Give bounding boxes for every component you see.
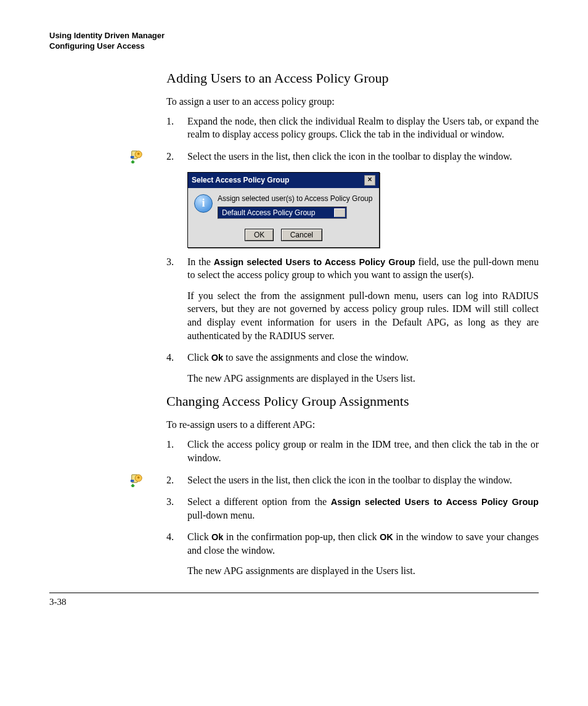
select-apg-dialog: Select Access Policy Group × i Assign se… [187,172,380,248]
section-a-steps-cont: In the Assign selected Users to Access P… [166,255,539,385]
assign-user-icon [129,150,143,163]
section-title-changing: Changing Access Policy Group Assignments [166,393,539,409]
step-a3-bold: Assign selected Users to Access Policy G… [214,257,415,267]
dialog-label: Assign selected user(s) to Access Policy… [218,194,373,203]
step-a4-sub: The new APG assignments are displayed in… [187,372,539,385]
step-a3: In the Assign selected Users to Access P… [166,255,539,343]
page-number: 3-38 [49,597,539,607]
dialog-titlebar: Select Access Policy Group × [188,173,379,188]
cancel-button[interactable]: Cancel [281,229,322,241]
step-b4-c: in the confirmation pop-up, then click [223,532,380,542]
svg-rect-9 [138,476,139,478]
step-b3-prefix: Select a different option from the [187,496,331,507]
step-b2-text: Select the users in the list, then click… [187,475,512,485]
step-b4-b: Ok [211,532,223,542]
apg-select[interactable]: Default Access Policy Group [218,207,347,219]
main-content: Adding Users to an Access Policy Group T… [166,70,539,578]
dialog-figure: Select Access Policy Group × i Assign se… [187,172,539,248]
ok-button[interactable]: OK [245,229,274,241]
dialog-title-text: Select Access Policy Group [192,176,289,184]
assign-user-icon [129,474,143,487]
svg-rect-6 [131,480,134,482]
header-line-2: Configuring User Access [49,41,539,52]
step-a2-text: Select the users in the list, then click… [187,151,512,162]
section-title-adding-users: Adding Users to an Access Policy Group [166,70,539,86]
svg-rect-1 [131,156,134,158]
step-b4-a: Click [187,532,211,542]
section-b-steps: Click the access policy group or realm i… [166,438,539,578]
apg-select-value: Default Access Policy Group [222,208,315,217]
step-b1: Click the access policy group or realm i… [166,438,539,464]
step-a4-prefix: Click [187,352,211,363]
step-b4-d: OK [380,532,393,542]
step-a3-sub: If you select the from the assignment pu… [187,289,539,342]
step-a4-bold: Ok [211,353,223,363]
step-b3-suffix: pull-down menu. [187,510,255,520]
step-b3-bold: Assign selected Users to Access Policy G… [331,497,539,507]
step-b3: Select a different option from the Assig… [166,495,539,522]
step-a4: Click Ok to save the assignments and clo… [166,351,539,385]
step-b4-sub: The new APG assignments are displayed in… [187,564,539,578]
footer-rule [49,593,539,593]
step-b4: Click Ok in the confirmation pop-up, the… [166,530,539,578]
step-b2: Select the users in the list, then click… [166,474,539,487]
step-a4-suffix: to save the assignments and close the wi… [223,352,409,363]
step-a1: Expand the node, then click the individu… [166,115,539,141]
svg-rect-4 [138,153,139,155]
info-icon: i [194,194,213,213]
section-a-steps: Expand the node, then click the individu… [166,115,539,163]
section-a-intro: To assign a user to an access policy gro… [166,96,539,107]
header-line-1: Using Identity Driven Manager [49,31,539,41]
step-a3-prefix: In the [187,257,214,267]
page-header: Using Identity Driven Manager Configurin… [49,31,539,52]
close-icon[interactable]: × [364,175,375,186]
step-a2: Select the users in the list, then click… [166,150,539,163]
section-b-intro: To re-assign users to a different APG: [166,419,539,430]
